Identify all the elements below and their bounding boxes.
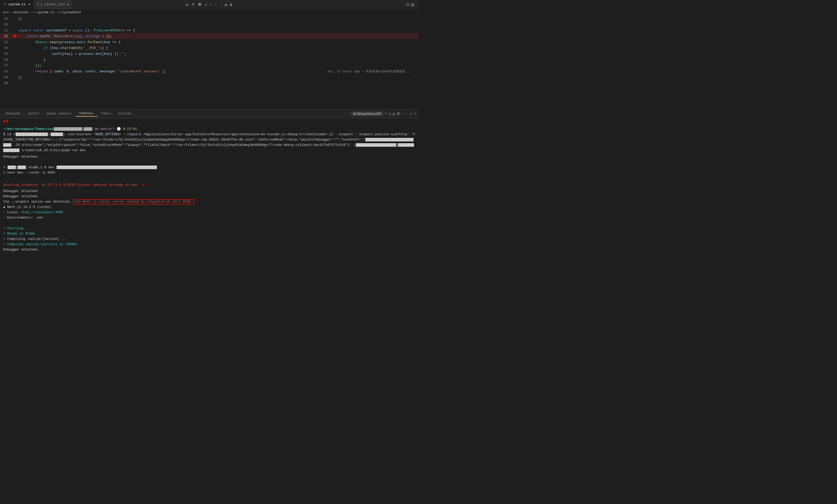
term-line-debugger3: Debugger attached. [3,194,415,199]
arrow-right-icon: ⟶ [142,182,145,187]
split-editor-icon[interactable]: ⊟ [406,2,409,7]
code-line-19: 19 }; [0,16,418,22]
split-terminal-icon[interactable]: ⊟ [389,112,391,116]
code-content-26: } [19,58,413,62]
code-content-22: const confs: Record<string, string> = {}… [19,34,413,38]
tab-debug-console[interactable]: DEBUG CONSOLE [43,111,74,116]
line-number-27: 27 [0,63,13,68]
term-line-nextjs: ▲ Next.js 14.2.5 (turbo) [3,204,415,210]
term-line-pkg: > ████ ████ xta@0.1.0 dev ██████████████… [3,165,415,170]
tab-ports[interactable]: PORTS [98,111,114,116]
tab-terminal[interactable]: TERMINAL [76,111,97,117]
terminal-container: PROBLEMS OUTPUT DEBUG CONSOLE TERMINAL P… [0,109,418,252]
line-number-24: 24 [0,46,13,50]
code-line-28: 28 return { code: 0, data: confs, messag… [0,69,418,74]
line-number-22: 22 [0,34,13,38]
breadcrumb-file-icon: TS [33,11,36,14]
terminal-tabs: PROBLEMS OUTPUT DEBUG CONSOLE TERMINAL P… [0,109,418,118]
line-number-30: 30 [0,81,13,85]
layout-toggle-icon[interactable]: ▤ [411,2,414,7]
term-line-next-cmd: > next dev --turbo -p 4455 [3,170,415,175]
debug-prompt: $ [6,119,8,123]
tab-system-ts[interactable]: TS system.ts × [0,0,34,9]
line-number-19: 19 [0,17,13,21]
term-line-ready: ✓ Ready in 924ms [3,231,415,237]
term-line-env: - Environments: .env [3,215,415,221]
step-into-icon[interactable]: ↓ [215,2,217,7]
code-line-24: 24 if (key.startsWith('__RSN_')) { [0,45,418,51]
gear-icon: ⚙ [353,112,356,115]
term-line-path: ~/dev-workspace/Tomartisa██████████████ … [3,127,415,132]
term-line-local: - Local: http://localhost:4455 [3,210,415,215]
code-line-20: 20 [0,22,418,27]
step-over-icon[interactable]: ↷ [210,2,212,7]
term-line-compiled: ✓ Compiled /api/pc/[action] in 1300ms [3,242,415,247]
debug-api-label: Debug Next.js API [357,112,381,115]
layout-panel-icon[interactable]: ▤ [393,112,395,116]
terminal-body[interactable]: ~/dev-workspace/Tomartisa██████████████ … [0,124,418,252]
arrow-22: ➤ [17,34,19,39]
debug-status-line: $ [0,118,418,124]
add-terminal-icon[interactable]: + [385,111,387,116]
highlight-port-note: the Next.js router server should be insp… [73,199,195,204]
toolbar-right: ⊟ ▤ [406,2,418,7]
code-line-23: 23 Object.keys(process.env).forEach(key … [0,39,418,45]
more-icon[interactable]: ··· [402,112,409,116]
gutter-22: ➤ [13,34,19,39]
breakpoint-22[interactable] [13,35,16,38]
tab-bar: TS system.ts × { } launch.json ● ▶ ⏸ ⏹ ↺… [0,0,418,9]
debug-circle-icon [3,120,5,123]
code-content-21: export const systemConf = async (): Prom… [19,29,413,33]
line-number-20: 20 [0,23,13,26]
breadcrumb-file[interactable]: system.ts [37,11,54,14]
line-number-29: 29 [0,75,13,79]
code-content-19: }; [19,17,413,21]
restart-icon[interactable]: ↺ [204,2,207,7]
line-number-23: 23 [0,40,13,44]
code-content-23: Object.keys(process.env).forEach(key => … [19,40,413,44]
step-out-icon[interactable]: ↑ [220,2,222,7]
line-number-25: 25 [0,52,13,56]
breadcrumb-services[interactable]: services [13,11,29,14]
breadcrumb-symbol-icon: ⬡ [58,11,61,14]
code-line-29: 29 }; [0,74,418,80]
code-line-26: 26 } [0,57,418,62]
tab-modified-dot: ● [67,3,69,6]
tab-problems[interactable]: PROBLEMS [2,111,24,116]
code-line-30: 30 [0,80,418,86]
stop-icon[interactable]: ⏹ [198,2,202,7]
code-content-28: return { code: 0, data: confs, message: … [19,70,317,74]
code-content-24: if (key.startsWith('__RSN_')) { [19,46,413,50]
json-icon: { } [37,3,42,6]
close-panel-icon[interactable]: × [414,112,416,116]
code-line-21: 21 export const systemConf = async (): P… [0,27,418,33]
term-line-debugger2: Debugger attached. [3,188,415,194]
code-content-29: }; [19,75,413,79]
code-line-27: 27 }); [0,62,418,69]
code-line-22: 22 ➤ const confs: Record<string, string>… [0,33,418,39]
term-line-inspector-fail: Starting inspector on 127.0.0.1:9229 fai… [3,181,415,188]
code-content-25: confs[key] = process.env[key] || ''; [19,52,413,56]
breadcrumb-src[interactable]: src [3,11,9,14]
tab-close-system-ts[interactable]: × [28,2,30,7]
term-line-inspect-note: the --inspect option was detected, the N… [3,199,415,204]
line-number-28: 28 [0,70,13,74]
pause-icon[interactable]: ⏸ [191,2,195,7]
disconnect-icon[interactable]: ⏏ [225,2,227,7]
term-line-cmd1: $ cd /████████████████/██████; /usr/bin/… [3,132,415,153]
toolbar-icons: ▶ ⏸ ⏹ ↺ ↷ ↓ ↑ ⏏ ▣ [186,2,232,7]
ts-icon: TS [3,3,7,6]
layout-icon[interactable]: ▣ [230,2,232,7]
trash-icon[interactable]: 🗑 [396,112,400,116]
tab-launch-json[interactable]: { } launch.json ● [34,0,72,9]
tab-gitlens[interactable]: GITLENS [115,111,135,116]
chevron-up-icon[interactable]: ∧ [410,112,412,116]
tab-output[interactable]: OUTPUT [25,111,43,116]
git-annotation-28: You, 22 hours ago • 常量使用node环境变量获取 ... [327,69,413,74]
term-line-starting: ✓ Starting... [3,226,415,231]
line-number-26: 26 [0,58,13,62]
tab-system-ts-label: system.ts [8,3,25,6]
run-icon[interactable]: ▶ [186,2,189,7]
breadcrumb-symbol[interactable]: systemConf [62,11,81,14]
debug-api-button[interactable]: ⚙ Debug Next.js API [351,112,383,116]
